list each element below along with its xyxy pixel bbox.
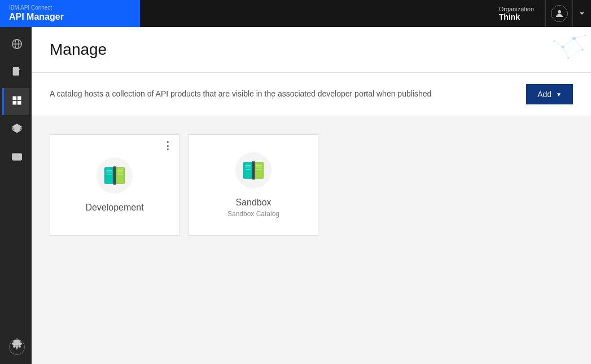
svg-rect-10 xyxy=(17,101,21,105)
card-menu-button[interactable]: ⋮ xyxy=(163,141,173,151)
svg-rect-38 xyxy=(113,166,116,185)
add-button[interactable]: Add ▼ xyxy=(526,84,573,104)
help-label: ? xyxy=(15,343,19,352)
svg-rect-29 xyxy=(106,168,113,183)
description-bar: A catalog hosts a collection of API prod… xyxy=(32,73,591,116)
svg-point-16 xyxy=(572,37,576,40)
svg-rect-45 xyxy=(255,163,262,178)
sidebar-item-home[interactable] xyxy=(2,32,29,59)
brand-title: API Manager xyxy=(9,11,131,22)
user-icon xyxy=(554,8,564,19)
layers-icon xyxy=(11,123,23,137)
svg-rect-9 xyxy=(12,101,16,105)
svg-point-0 xyxy=(558,10,561,14)
svg-rect-34 xyxy=(116,168,124,183)
grid-icon xyxy=(11,95,23,108)
user-avatar xyxy=(551,5,568,22)
card-icon-circle xyxy=(97,157,133,194)
page-title: Manage xyxy=(50,41,573,59)
catalog-card-developement[interactable]: ⋮ Developement xyxy=(50,134,180,236)
sidebar-item-manage[interactable] xyxy=(2,88,29,115)
svg-rect-8 xyxy=(17,97,21,100)
catalog-card-sandbox[interactable]: Sandbox Sandbox Catalog xyxy=(189,134,318,236)
svg-point-13 xyxy=(14,156,16,159)
catalog-book-icon xyxy=(103,165,126,186)
svg-point-21 xyxy=(585,35,586,37)
org-section: Organization Think xyxy=(488,0,546,27)
id-icon xyxy=(11,151,23,165)
svg-rect-7 xyxy=(12,97,16,100)
help-button[interactable]: ? xyxy=(9,339,25,355)
add-button-label: Add xyxy=(537,90,551,99)
sidebar xyxy=(0,27,32,364)
card-name: Sandbox xyxy=(235,198,271,208)
sidebar-item-drafts[interactable] xyxy=(2,60,29,87)
top-header: IBM API Connect API Manager Organization… xyxy=(0,0,591,27)
main-layout: Manage A catalog hosts a collection of A… xyxy=(0,27,591,364)
page-header: Manage xyxy=(32,27,591,73)
svg-line-23 xyxy=(574,38,583,50)
header-spacer xyxy=(140,0,488,27)
sidebar-item-layers[interactable] xyxy=(2,116,29,143)
svg-rect-40 xyxy=(244,163,252,178)
globe-icon xyxy=(11,38,23,52)
catalog-book-icon xyxy=(242,160,265,181)
svg-point-18 xyxy=(581,49,584,51)
cards-area: ⋮ Developement xyxy=(32,116,591,254)
svg-line-27 xyxy=(574,36,585,38)
draft-icon xyxy=(11,67,23,80)
card-subtitle: Sandbox Catalog xyxy=(227,210,279,218)
brand-sub: IBM API Connect xyxy=(9,5,131,11)
card-icon-circle xyxy=(235,152,272,188)
header-dropdown-button[interactable] xyxy=(573,0,591,27)
sidebar-item-portal[interactable] xyxy=(2,144,29,172)
card-name: Developement xyxy=(85,203,143,213)
brand-section[interactable]: IBM API Connect API Manager xyxy=(0,0,140,27)
catalog-description: A catalog hosts a collection of API prod… xyxy=(50,89,431,100)
org-name: Think xyxy=(499,12,534,21)
svg-rect-49 xyxy=(252,161,255,180)
content-area: Manage A catalog hosts a collection of A… xyxy=(32,27,591,364)
user-menu-button[interactable] xyxy=(546,0,573,27)
chevron-down-icon xyxy=(579,10,585,17)
add-button-arrow-icon: ▼ xyxy=(556,91,562,98)
org-label: Organization xyxy=(499,6,534,12)
